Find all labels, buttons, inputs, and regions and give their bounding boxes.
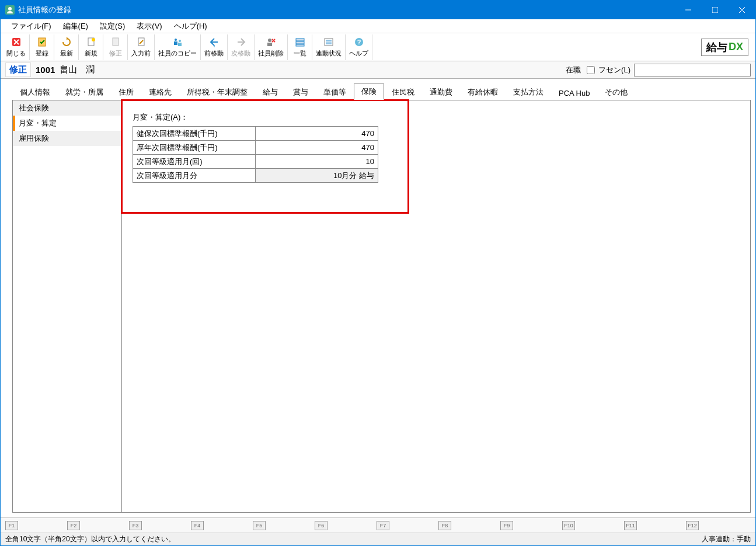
svg-text:?: ? [357,39,361,46]
fkey-F4[interactable]: F4 [191,521,204,530]
svg-rect-23 [296,41,304,44]
content-area: 月変・算定(A)： 健保次回標準報酬(千円)470厚年次回標準報酬(千円)470… [122,100,751,513]
menu-view[interactable]: 表示(V) [131,20,168,33]
next-icon [235,36,247,48]
svg-point-11 [92,38,95,41]
tab-住民税[interactable]: 住民税 [384,84,422,100]
toolbar-prev[interactable]: 前移動 [201,34,228,60]
tab-連絡先[interactable]: 連絡先 [141,84,179,100]
toolbar-next[interactable]: 次移動 [228,34,255,60]
fkey-F1[interactable]: F1 [5,521,18,530]
main-area: 社会保険月変・算定雇用保険 月変・算定(A)： 健保次回標準報酬(千円)470厚… [1,100,755,517]
modify-icon [110,36,121,48]
fkey-F10[interactable]: F10 [562,521,575,530]
close-button[interactable] [729,1,755,19]
refresh-icon [61,36,72,48]
toolbar-modify[interactable]: 修正 [103,34,128,60]
svg-rect-12 [113,38,119,46]
svg-rect-19 [267,43,272,46]
minimize-button[interactable] [675,1,702,19]
employee-name: 畠山 潤 [60,64,95,75]
form-value: 10月分 給与 [256,169,378,183]
tab-通勤費[interactable]: 通勤費 [422,84,460,100]
toolbar-delete-employee[interactable]: 社員削除 [255,34,288,60]
toolbar-link-status[interactable]: 連動状況 [312,34,346,60]
sidebar-item-社会保険[interactable]: 社会保険 [13,100,121,116]
form-label: 次回等級適用月分 [133,169,256,183]
employment-status: 在職 [566,65,581,75]
table-row: 次回等級適用月(回)10 [133,155,378,169]
statusbar-right: 人事連動：手動 [702,534,751,544]
tab-PCA Hub[interactable]: PCA Hub [551,86,597,100]
statusbar-message: 全角10文字（半角20文字）以内で入力してください。 [5,534,175,544]
fkey-F3[interactable]: F3 [129,521,142,530]
fkey-F6[interactable]: F6 [315,521,328,530]
table-row: 厚年次回標準報酬(千円)470 [133,141,378,155]
form-label: 厚年次回標準報酬(千円) [133,141,256,155]
titlebar: 社員情報の登録 [1,1,755,19]
maximize-button[interactable] [702,1,729,19]
form-value[interactable]: 470 [256,141,378,155]
fusen-input[interactable] [634,64,751,76]
toolbar-copy-employee[interactable]: 社員のコピー [155,34,201,60]
fkey-F9[interactable]: F9 [500,521,513,530]
fkey-F11[interactable]: F11 [624,521,637,530]
svg-point-16 [179,40,181,42]
toolbar-list[interactable]: 一覧 [288,34,312,60]
svg-point-1 [8,7,12,11]
toolbar-before-input[interactable]: 入力前 [128,34,155,60]
menu-file[interactable]: ファイル(F) [5,20,57,33]
tab-住所[interactable]: 住所 [111,84,141,100]
fkey-F12[interactable]: F12 [686,521,699,530]
menu-help[interactable]: ヘルプ(H) [168,20,213,33]
fkey-F5[interactable]: F5 [253,521,266,530]
new-icon [85,36,97,48]
link-status-icon [323,36,335,48]
sidebar: 社会保険月変・算定雇用保険 [12,100,122,513]
tab-その他[interactable]: その他 [597,84,635,100]
tab-賞与[interactable]: 賞与 [285,84,316,100]
form-value[interactable]: 470 [256,127,378,141]
form-heading: 月変・算定(A)： [133,112,740,123]
employee-id: 1001 [36,65,55,75]
toolbar-new[interactable]: 新規 [79,34,103,60]
statusbar: 全角10文字（半角20文字）以内で入力してください。 人事連動：手動 [1,533,755,545]
help-icon: ? [353,36,365,48]
tab-有給休暇[interactable]: 有給休暇 [460,84,506,100]
mode-label: 修正 [5,62,31,77]
form-value[interactable]: 10 [256,155,378,169]
sidebar-item-雇用保険[interactable]: 雇用保険 [13,131,121,146]
tab-保険[interactable]: 保険 [354,84,384,100]
menubar: ファイル(F) 編集(E) 設定(S) 表示(V) ヘルプ(H) [1,19,755,33]
table-row: 次回等級適用月分10月分 給与 [133,169,378,183]
fusen-checkbox[interactable] [587,66,595,74]
form-table: 健保次回標準報酬(千円)470厚年次回標準報酬(千円)470次回等級適用月(回)… [133,126,378,183]
tab-支払方法[interactable]: 支払方法 [506,84,551,100]
delete-icon [265,36,277,48]
toolbar-refresh[interactable]: 最新 [54,34,79,60]
menu-settings[interactable]: 設定(S) [94,20,131,33]
table-row: 健保次回標準報酬(千円)470 [133,127,378,141]
toolbar-close[interactable]: 閉じる [3,34,30,60]
tab-所得税・年末調整[interactable]: 所得税・年末調整 [179,84,255,100]
tab-単価等[interactable]: 単価等 [316,84,354,100]
fkey-F7[interactable]: F7 [377,521,389,530]
toolbar-register[interactable]: 登録 [30,34,54,60]
fkey-F8[interactable]: F8 [438,521,451,530]
window-title: 社員情報の登録 [18,5,675,15]
sidebar-item-月変・算定[interactable]: 月変・算定 [13,116,121,131]
tab-給与[interactable]: 給与 [255,84,285,100]
svg-rect-24 [296,44,304,46]
fkey-F2[interactable]: F2 [67,521,80,530]
tab-個人情報[interactable]: 個人情報 [12,84,58,100]
tab-就労・所属[interactable]: 就労・所属 [58,84,111,100]
prev-icon [208,36,220,48]
toolbar-help[interactable]: ? ヘルプ [346,34,372,60]
svg-rect-3 [712,7,718,13]
before-input-icon [135,36,147,48]
fusen-label: フセン(L) [598,65,630,75]
menu-edit[interactable]: 編集(E) [57,20,94,33]
svg-point-18 [268,39,271,42]
copy-icon [172,36,183,48]
form-label: 健保次回標準報酬(千円) [133,127,256,141]
